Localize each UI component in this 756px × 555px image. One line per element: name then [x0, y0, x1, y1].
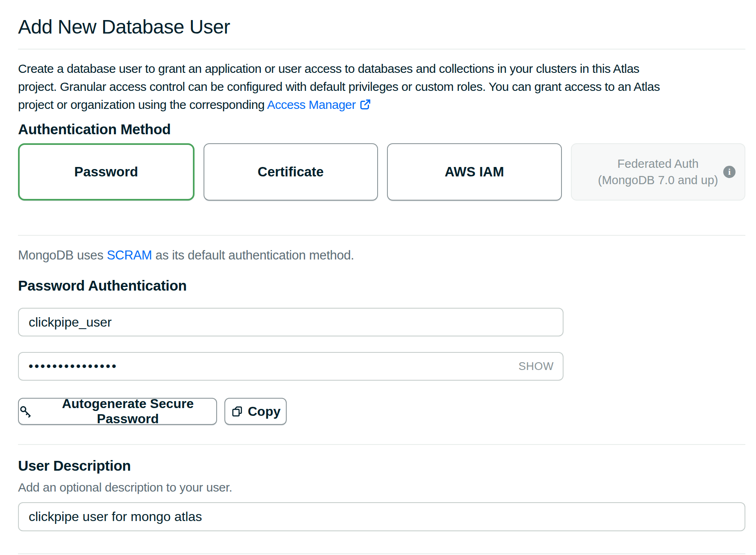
key-icon [19, 404, 32, 419]
user-description-subtext: Add an optional description to your user… [18, 481, 232, 494]
copy-label: Copy [248, 404, 281, 419]
autogenerate-password-label: Autogenerate Secure Password [39, 396, 216, 426]
intro-line-3-text: project or organization using the corres… [18, 98, 267, 111]
intro-line-1: Create a database user to grant an appli… [18, 60, 755, 78]
intro-paragraph: Create a database user to grant an appli… [18, 60, 755, 114]
username-input[interactable] [18, 308, 564, 336]
intro-line-2: project. Granular access control can be … [18, 78, 755, 96]
external-link-icon [359, 98, 371, 111]
divider [18, 49, 745, 50]
access-manager-link[interactable]: Access Manager [267, 98, 371, 111]
intro-line-3: project or organization using the corres… [18, 96, 755, 114]
auth-option-aws-iam[interactable]: AWS IAM [387, 143, 562, 201]
divider [18, 553, 745, 554]
password-field: SHOW [18, 352, 564, 381]
password-input[interactable] [18, 352, 564, 381]
scram-note-after: as its default authentication method. [152, 248, 354, 262]
scram-note: MongoDB uses SCRAM as its default authen… [18, 248, 354, 263]
authentication-method-heading: Authentication Method [18, 121, 171, 138]
auth-option-federated-auth: Federated Auth (MongoDB 7.0 and up) i [571, 143, 746, 201]
divider [18, 444, 745, 445]
copy-icon [231, 405, 244, 418]
scram-note-before: MongoDB uses [18, 248, 107, 262]
auth-option-federated-label-line2: (MongoDB 7.0 and up) [598, 172, 718, 188]
scram-link[interactable]: SCRAM [107, 248, 152, 262]
info-icon[interactable]: i [723, 166, 736, 178]
page-title: Add New Database User [18, 16, 230, 38]
auth-option-password[interactable]: Password [18, 143, 195, 201]
autogenerate-password-button[interactable]: Autogenerate Secure Password [18, 398, 217, 425]
auth-option-aws-iam-label: AWS IAM [445, 164, 504, 180]
auth-option-certificate-label: Certificate [258, 164, 324, 180]
auth-method-cards: Password Certificate AWS IAM Federated A… [18, 143, 745, 201]
user-description-heading: User Description [18, 458, 131, 474]
password-authentication-heading: Password Authentication [18, 278, 187, 294]
auth-option-federated-label-line1: Federated Auth [618, 156, 699, 172]
divider [18, 235, 745, 236]
show-password-button[interactable]: SHOW [518, 360, 554, 373]
auth-option-password-label: Password [74, 164, 138, 180]
auth-option-certificate[interactable]: Certificate [204, 143, 378, 201]
description-input[interactable] [18, 502, 745, 531]
copy-button[interactable]: Copy [224, 398, 287, 425]
